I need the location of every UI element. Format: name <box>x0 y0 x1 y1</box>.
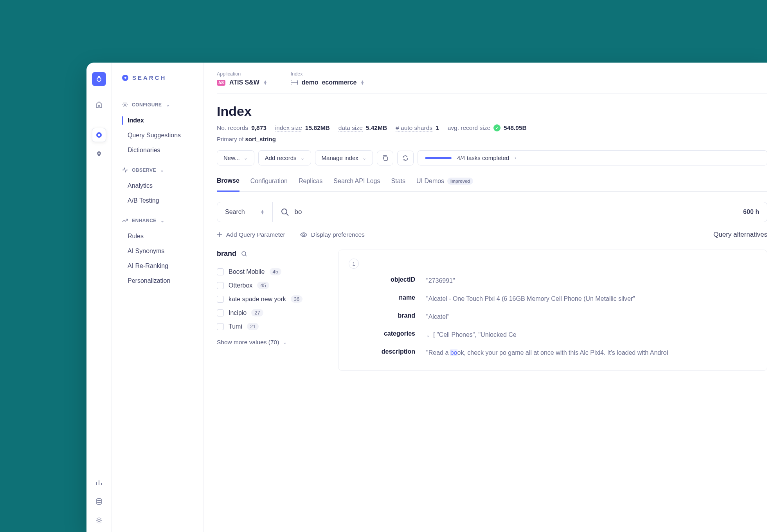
svg-point-10 <box>302 234 304 236</box>
top-selectors: Application AS ATIS S&W ▲▼ Index demo_ec… <box>217 71 767 93</box>
search-mode-selector[interactable]: Search ▲▼ <box>217 202 273 222</box>
checkbox[interactable] <box>217 282 224 289</box>
checkbox[interactable] <box>217 296 224 303</box>
svg-rect-4 <box>98 155 100 156</box>
svg-point-6 <box>98 519 100 521</box>
section-configure[interactable]: CONFIGURE ⌄ <box>112 102 203 108</box>
query-alternatives[interactable]: Query alternatives <box>713 231 767 239</box>
sidebar-item-analytics[interactable]: Analytics <box>112 178 203 193</box>
sidebar-item-index[interactable]: Index <box>112 113 203 128</box>
stats-row: No. records9,873 index size15.82MB data … <box>217 124 767 132</box>
progress-bar <box>425 157 452 159</box>
activity-icon <box>122 167 128 173</box>
svg-point-9 <box>282 209 287 214</box>
tasks-progress[interactable]: 4/4 tasks completed › <box>418 150 767 165</box>
tab-browse[interactable]: Browse <box>217 173 239 192</box>
facet-item[interactable]: kate spade new york36 <box>217 292 322 306</box>
sidebar-item-dictionaries[interactable]: Dictionaries <box>112 143 203 158</box>
facet-item[interactable]: Incipio27 <box>217 306 322 320</box>
show-more-values[interactable]: Show more values (70)⌄ <box>217 339 322 346</box>
copy-button[interactable] <box>377 151 393 165</box>
sidebar-logo-text: SEARCH <box>132 74 166 81</box>
manage-index-button[interactable]: Manage index⌄ <box>315 150 373 165</box>
search-icon <box>281 208 289 216</box>
sidebar: SEARCH CONFIGURE ⌄ Index Query Suggestio… <box>112 63 203 532</box>
sort-updown-icon: ▲▼ <box>261 210 265 214</box>
svg-point-7 <box>124 104 126 106</box>
page-title: Index <box>217 104 767 119</box>
display-preferences[interactable]: Display preferences <box>300 231 365 238</box>
sort-updown-icon: ▲▼ <box>263 80 267 85</box>
search-input[interactable] <box>295 208 738 216</box>
refresh-button[interactable] <box>397 151 414 165</box>
chevron-down-icon: ⌄ <box>362 155 366 161</box>
chevron-down-icon: ⌄ <box>160 167 164 173</box>
chevron-down-icon: ⌄ <box>244 155 248 161</box>
tab-stats[interactable]: Stats <box>391 173 405 191</box>
checkbox[interactable] <box>217 323 224 330</box>
sidebar-item-ab-testing[interactable]: A/B Testing <box>112 193 203 208</box>
toolbar: New...⌄ Add records⌄ Manage index⌄ 4/4 t… <box>217 150 767 165</box>
gear-icon[interactable] <box>92 513 106 527</box>
add-query-parameter[interactable]: Add Query Parameter <box>217 231 285 238</box>
record-number: 1 <box>349 259 359 269</box>
record-panel: 1 objectID"2736991" name"Alcatel - One T… <box>338 250 767 371</box>
lightbulb-icon[interactable] <box>92 147 106 161</box>
section-enhance[interactable]: ENHANCE ⌄ <box>112 217 203 223</box>
tab-replicas[interactable]: Replicas <box>299 173 322 191</box>
plus-icon <box>217 232 222 237</box>
tab-search-api-logs[interactable]: Search API Logs <box>333 173 380 191</box>
facet-brand: brand Boost Mobile45 Otterbox45 kate spa… <box>217 250 322 371</box>
search-nav-icon[interactable] <box>92 128 106 142</box>
section-observe[interactable]: OBSERVE ⌄ <box>112 167 203 173</box>
chevron-down-icon: ⌄ <box>283 340 287 345</box>
facet-item[interactable]: Boost Mobile45 <box>217 265 322 279</box>
chart-icon[interactable] <box>92 476 106 490</box>
svg-point-2 <box>98 134 100 136</box>
svg-rect-8 <box>384 157 387 160</box>
trending-up-icon <box>122 217 128 223</box>
tab-configuration[interactable]: Configuration <box>250 173 288 191</box>
index-selector[interactable]: Index demo_ecommerce ▲▼ <box>291 71 364 86</box>
nav-rail <box>86 63 112 532</box>
sidebar-logo: SEARCH <box>112 74 203 93</box>
home-icon[interactable] <box>92 97 106 111</box>
facet-item[interactable]: Tumi21 <box>217 320 322 333</box>
primary-of: Primary of sort_string <box>217 136 767 142</box>
sidebar-item-personalization[interactable]: Personalization <box>112 273 203 288</box>
application-selector[interactable]: Application AS ATIS S&W ▲▼ <box>217 71 267 86</box>
tabs: Browse Configuration Replicas Search API… <box>217 173 767 192</box>
new-button[interactable]: New...⌄ <box>217 150 254 165</box>
chevron-down-icon: ⌄ <box>166 102 170 108</box>
search-icon[interactable] <box>241 251 247 257</box>
check-icon: ✓ <box>493 124 501 131</box>
facet-item[interactable]: Otterbox45 <box>217 279 322 292</box>
chevron-down-icon: ⌄ <box>160 218 165 223</box>
add-records-button[interactable]: Add records⌄ <box>258 150 311 165</box>
chevron-down-icon: ⌄ <box>426 332 430 338</box>
chevron-right-icon: › <box>515 155 516 161</box>
gear-icon <box>122 102 128 108</box>
sort-updown-icon: ▲▼ <box>360 80 364 85</box>
sidebar-item-rules[interactable]: Rules <box>112 229 203 244</box>
sidebar-item-ai-reranking[interactable]: AI Re-Ranking <box>112 259 203 273</box>
tab-ui-demos[interactable]: UI DemosImproved <box>416 173 473 191</box>
checkbox[interactable] <box>217 268 224 275</box>
svg-point-5 <box>97 499 101 501</box>
app-window: SEARCH CONFIGURE ⌄ Index Query Suggestio… <box>86 63 767 532</box>
search-logo-icon <box>122 75 128 81</box>
sidebar-item-ai-synonyms[interactable]: AI Synonyms <box>112 244 203 259</box>
refresh-icon <box>402 155 409 161</box>
eye-icon <box>300 232 307 237</box>
checkbox[interactable] <box>217 309 224 316</box>
brand-icon[interactable] <box>92 72 106 86</box>
database-icon[interactable] <box>92 494 106 509</box>
sidebar-item-query-suggestions[interactable]: Query Suggestions <box>112 128 203 143</box>
app-badge: AS <box>217 80 225 86</box>
index-icon <box>291 80 298 85</box>
hits-count: 600 h <box>743 208 759 216</box>
main-content: Application AS ATIS S&W ▲▼ Index demo_ec… <box>203 63 767 532</box>
svg-point-0 <box>97 77 101 81</box>
svg-point-11 <box>242 252 246 255</box>
facet-title: brand <box>217 250 322 258</box>
